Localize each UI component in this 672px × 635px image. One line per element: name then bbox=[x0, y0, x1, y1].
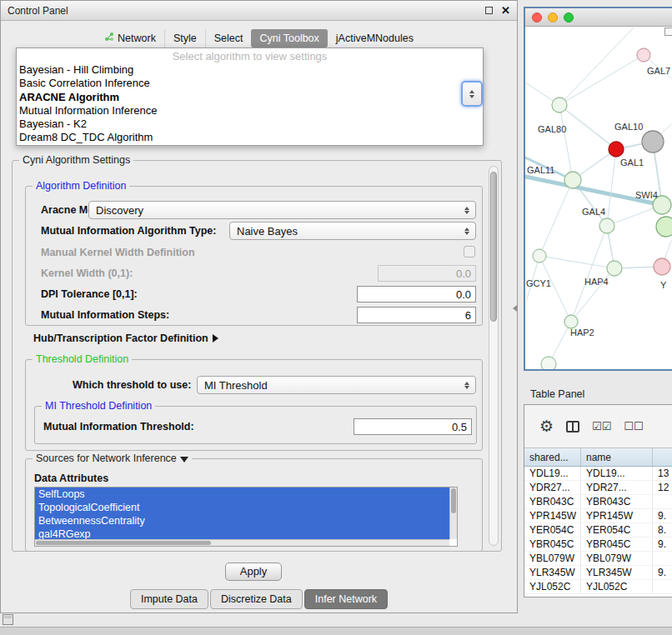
tab-impute-data[interactable]: Impute Data bbox=[130, 589, 208, 609]
network-node[interactable] bbox=[656, 217, 672, 237]
dropdown-item[interactable]: Dream8 DC_TDC Algorithm bbox=[17, 131, 483, 144]
combo-up-arrow-icon bbox=[469, 90, 474, 93]
column-header[interactable] bbox=[653, 448, 672, 466]
table-row[interactable]: YDR27...YDR27...12 bbox=[524, 481, 672, 495]
which-threshold-label: Which threshold to use: bbox=[73, 379, 191, 391]
table-row[interactable]: YJL052CYJL052C bbox=[524, 580, 672, 594]
network-node[interactable] bbox=[552, 98, 567, 112]
panel-divider-handle[interactable] bbox=[513, 305, 517, 312]
network-edge[interactable] bbox=[559, 105, 573, 180]
network-window-titlebar[interactable] bbox=[525, 8, 672, 27]
sources-group: Sources for Network Inference Data Attri… bbox=[25, 458, 483, 552]
tab-discretize-data[interactable]: Discretize Data bbox=[210, 589, 303, 609]
network-node[interactable] bbox=[607, 261, 622, 276]
combo-arrows-icon bbox=[461, 382, 473, 389]
network-node-label: GAL7 bbox=[647, 66, 670, 76]
tab-jactivemodules[interactable]: jActiveMNodules bbox=[328, 29, 422, 48]
network-node[interactable] bbox=[564, 315, 578, 328]
tab-style[interactable]: Style bbox=[164, 29, 205, 48]
dpi-tolerance-input[interactable] bbox=[357, 286, 476, 302]
tab-infer-network[interactable]: Infer Network bbox=[304, 589, 388, 609]
list-vertical-scrollbar[interactable] bbox=[449, 488, 457, 539]
scrollbar-thumb[interactable] bbox=[490, 172, 497, 322]
zoom-traffic-light[interactable] bbox=[564, 12, 574, 22]
column-header[interactable]: name bbox=[581, 448, 653, 466]
tab-label: jActiveMNodules bbox=[336, 32, 414, 44]
mi-threshold-input[interactable] bbox=[354, 418, 472, 435]
network-canvas[interactable]: GAL7GAL80GAL10GAL11GAL1SWI4GAL4GCY1HAP4H… bbox=[525, 27, 672, 369]
column-header[interactable]: shared... bbox=[524, 448, 581, 466]
network-node[interactable] bbox=[637, 48, 650, 62]
table-row[interactable]: YBR045CYBR045C9. bbox=[524, 538, 672, 552]
desktop: Control Panel ✕ Network Style Select bbox=[0, 0, 672, 635]
network-node[interactable] bbox=[642, 131, 664, 152]
scrollbar-thumb[interactable] bbox=[36, 541, 211, 545]
tab-select[interactable]: Select bbox=[205, 29, 252, 48]
aracne-mode-select[interactable]: Discovery bbox=[88, 201, 476, 219]
network-node[interactable] bbox=[609, 142, 624, 157]
table-row[interactable]: YER054CYER054C8. bbox=[524, 523, 672, 538]
gear-icon[interactable]: ⚙ bbox=[539, 418, 554, 434]
network-node-label: HAP2 bbox=[570, 328, 594, 338]
table-row[interactable]: YPR145WYPR145W9. bbox=[524, 509, 672, 523]
hub-transcription-section-toggle[interactable]: Hub/Transcription Factor Definition bbox=[33, 332, 218, 344]
which-threshold-select[interactable]: MI Threshold bbox=[197, 376, 476, 394]
network-edge[interactable] bbox=[539, 180, 573, 256]
network-edge[interactable] bbox=[607, 149, 616, 226]
network-edge[interactable] bbox=[559, 105, 616, 149]
algorithm-combobox-button[interactable] bbox=[461, 81, 483, 107]
table-row[interactable]: YBR043CYBR043C bbox=[524, 495, 672, 509]
table-row[interactable]: YBL079WYBL079W bbox=[524, 552, 672, 566]
list-horizontal-scrollbar[interactable] bbox=[35, 539, 449, 546]
attribute-list-item[interactable]: BetweennessCentrality bbox=[35, 514, 449, 528]
status-bar-strip bbox=[0, 627, 672, 635]
attribute-list-item[interactable]: SelfLoops bbox=[35, 488, 449, 501]
data-attributes-list[interactable]: SelfLoopsTopologicalCoefficientBetweenne… bbox=[34, 487, 458, 547]
network-edge[interactable] bbox=[571, 226, 607, 322]
kernel-width-input[interactable] bbox=[378, 265, 476, 282]
dropdown-item[interactable]: Bayesian - K2 bbox=[17, 118, 483, 131]
minimize-traffic-light[interactable] bbox=[548, 12, 558, 22]
network-node-label: GAL10 bbox=[614, 122, 643, 132]
network-node[interactable] bbox=[654, 258, 670, 275]
network-node[interactable] bbox=[599, 218, 614, 233]
network-edge[interactable] bbox=[539, 256, 571, 322]
dropdown-item[interactable]: Basic Correlation Inference bbox=[17, 77, 483, 90]
network-edge[interactable] bbox=[539, 256, 614, 268]
mi-steps-input[interactable] bbox=[357, 307, 476, 323]
close-traffic-light[interactable] bbox=[532, 12, 542, 22]
apply-button[interactable]: Apply bbox=[225, 562, 282, 581]
network-node-label: GAL4 bbox=[582, 207, 605, 217]
select-all-checkboxes-icon[interactable]: ☑☑ bbox=[592, 421, 611, 432]
dropdown-item[interactable]: Mutual Information Inference bbox=[17, 104, 483, 118]
dropdown-item-selected[interactable]: ARACNE Algorithm bbox=[17, 91, 483, 104]
manual-kernel-width-checkbox[interactable] bbox=[464, 246, 475, 258]
group-title: Algorithm Definition bbox=[33, 180, 129, 192]
minimized-panel-icon[interactable] bbox=[3, 614, 13, 625]
close-icon[interactable]: ✕ bbox=[501, 4, 510, 17]
settings-scrollbar[interactable] bbox=[489, 166, 499, 546]
table-row[interactable]: YDL19...YDL19...13 bbox=[524, 467, 672, 481]
network-scroll-corner[interactable] bbox=[664, 28, 672, 36]
network-graph: GAL7GAL80GAL10GAL11GAL1SWI4GAL4GCY1HAP4H… bbox=[525, 27, 672, 369]
control-panel-titlebar[interactable]: Control Panel ✕ bbox=[1, 1, 517, 21]
mi-algorithm-type-select[interactable]: Naive Bayes bbox=[229, 222, 476, 240]
scrollbar-thumb[interactable] bbox=[451, 488, 456, 513]
tab-network[interactable]: Network bbox=[96, 28, 164, 48]
sources-section-toggle[interactable]: Sources for Network Inference bbox=[33, 452, 192, 464]
attribute-list-item[interactable]: TopologicalCoefficient bbox=[35, 501, 449, 514]
table-cell: YJL052C bbox=[581, 580, 653, 593]
float-window-icon[interactable] bbox=[485, 7, 493, 14]
deselect-all-checkboxes-icon[interactable]: ☐☐ bbox=[624, 421, 643, 432]
network-node[interactable] bbox=[541, 357, 556, 369]
network-node[interactable] bbox=[533, 249, 546, 262]
network-node[interactable] bbox=[564, 172, 581, 188]
network-edge[interactable] bbox=[559, 28, 633, 105]
group-title: MI Threshold Definition bbox=[42, 400, 155, 412]
tab-cyni-toolbox[interactable]: Cyni Toolbox bbox=[251, 29, 327, 48]
dropdown-item[interactable]: Bayesian - Hill Climbing bbox=[17, 63, 483, 77]
columns-icon[interactable] bbox=[566, 421, 579, 432]
dpi-tolerance-label: DPI Tolerance [0,1]: bbox=[41, 288, 138, 300]
network-edge[interactable] bbox=[559, 55, 644, 105]
table-row[interactable]: YLR345WYLR345W9. bbox=[524, 566, 672, 580]
